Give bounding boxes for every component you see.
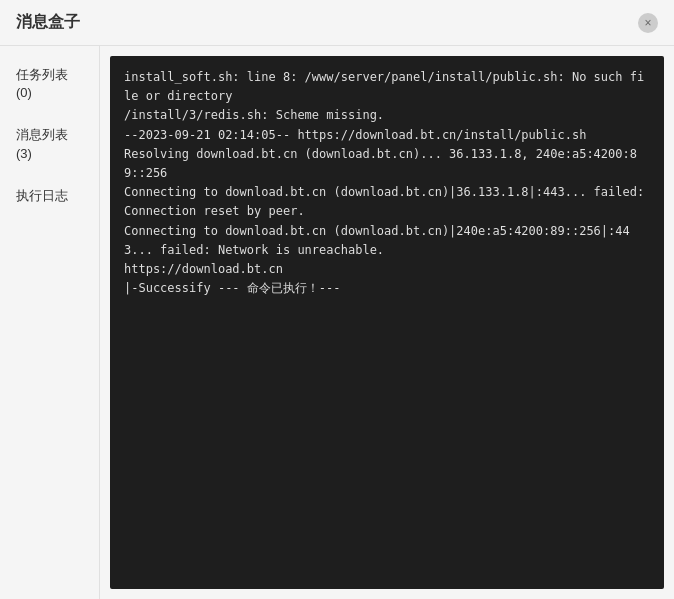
close-button[interactable]: × xyxy=(638,13,658,33)
app-container: 消息盒子 × 任务列表 (0)消息列表 (3)执行日志 install_soft… xyxy=(0,0,674,599)
sidebar: 任务列表 (0)消息列表 (3)执行日志 xyxy=(0,46,100,599)
header-title: 消息盒子 xyxy=(16,12,80,33)
main-content: 任务列表 (0)消息列表 (3)执行日志 install_soft.sh: li… xyxy=(0,46,674,599)
sidebar-item-message-list[interactable]: 消息列表 (3) xyxy=(0,114,99,174)
content-area: install_soft.sh: line 8: /www/server/pan… xyxy=(100,46,674,599)
sidebar-item-task-list[interactable]: 任务列表 (0) xyxy=(0,54,99,114)
terminal-output: install_soft.sh: line 8: /www/server/pan… xyxy=(110,56,664,589)
terminal-text: install_soft.sh: line 8: /www/server/pan… xyxy=(124,68,650,298)
header: 消息盒子 × xyxy=(0,0,674,46)
sidebar-item-exec-log[interactable]: 执行日志 xyxy=(0,175,99,217)
